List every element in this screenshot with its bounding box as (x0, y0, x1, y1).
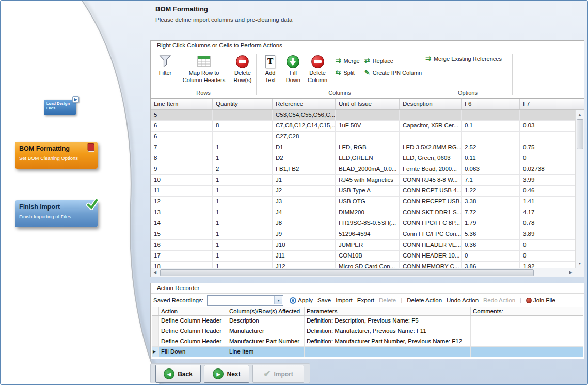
recorder-cell[interactable] (471, 336, 541, 346)
grid-cell[interactable]: CONN MEMORY C... (400, 262, 462, 268)
grid-cell[interactable]: LED 3.5X2.8MM RG... (400, 142, 462, 153)
column-header-affected[interactable]: Column(s)/Row(s) Affected (227, 307, 305, 315)
grid-cell[interactable]: Micro SD Card Con... (336, 262, 400, 268)
grid-cell[interactable] (520, 110, 576, 120)
join-file-link[interactable]: Join File (526, 297, 555, 303)
save-recording-link[interactable]: Save (317, 297, 331, 303)
grid-cell[interactable]: 14 (151, 218, 213, 229)
filter-button[interactable]: Filter (153, 54, 178, 77)
grid-cell[interactable]: 1 (213, 240, 273, 250)
recorder-cell[interactable]: Line Item (227, 347, 305, 357)
grid-cell[interactable]: 0.02738 (520, 164, 576, 174)
grid-row[interactable]: 141J8FH19SC-8S-0.5SH(...CONN FPC/FFC 8P.… (151, 218, 576, 229)
recorder-cell[interactable]: Fill Down (159, 347, 227, 357)
grid-cell[interactable]: 3.89 (520, 229, 576, 239)
grid-cell[interactable] (213, 110, 273, 120)
map-row-to-column-headers-button[interactable]: Map Row to Column Headers (178, 54, 230, 85)
grid-cell[interactable]: 0.36 (462, 240, 520, 250)
splitter-handle[interactable]: ···· (150, 278, 584, 282)
grid-cell[interactable] (400, 110, 462, 120)
recorder-cell[interactable]: Define Column Header (159, 316, 227, 326)
grid-cell[interactable]: 1uF 50V (336, 121, 400, 131)
recorder-cell[interactable]: Manufacturer (227, 326, 305, 336)
grid-cell[interactable]: 1.79 (462, 218, 520, 229)
column-header-f7[interactable]: F7 (520, 99, 576, 109)
recorder-cell[interactable]: Description (227, 316, 305, 326)
combo-dropdown-icon[interactable]: ▼ (274, 296, 282, 304)
grid-cell[interactable]: 0 (520, 251, 576, 261)
grid-row[interactable]: 111J2USB Type ACONN RCPT USB 4...1.220.4… (151, 186, 576, 197)
grid-cell[interactable]: 7.72 (462, 207, 520, 218)
grid-cell[interactable]: C27,C28 (273, 132, 336, 142)
scroll-down-button[interactable]: ▼ (576, 259, 584, 268)
column-header-parameters[interactable]: Parameters (305, 307, 471, 315)
grid-cell[interactable]: Ferrite Bead, 2000... (400, 164, 462, 174)
recorder-cell[interactable]: Manufacturer Part Number (227, 336, 305, 346)
undo-action-link[interactable]: Undo Action (447, 297, 479, 303)
grid-cell[interactable]: DIMM200 (336, 207, 400, 218)
column-header-unit-of-issue[interactable]: Unit of Issue (336, 99, 400, 109)
grid-cell[interactable]: USB OTG (336, 197, 400, 207)
recorder-row[interactable]: Define Column HeaderManufacturerDefiniti… (152, 326, 583, 336)
recorder-cell[interactable] (541, 336, 583, 346)
grid-cell[interactable]: CONN RCPT USB 4... (400, 186, 462, 196)
grid-cell[interactable]: 11 (151, 186, 213, 196)
recorder-cell[interactable]: Definition: Manufacturer, Previous Name:… (305, 326, 471, 336)
recorder-row[interactable]: Define Column HeaderDescriptionDefinitio… (152, 316, 583, 326)
grid-vertical-scrollbar[interactable]: ▲ ▼ (575, 110, 584, 268)
grid-cell[interactable]: 8 (213, 121, 273, 131)
grid-cell[interactable]: 9 (151, 164, 213, 174)
grid-cell[interactable]: J11 (273, 251, 336, 261)
grid-cell[interactable]: 6 (151, 121, 213, 131)
grid-cell[interactable]: 1 (213, 262, 273, 268)
export-recording-link[interactable]: Export (357, 297, 374, 303)
grid-row[interactable]: 81D2LED,GREENLED, Green, 06030.110 (151, 153, 576, 164)
grid-cell[interactable] (462, 132, 520, 142)
recorder-cell[interactable] (541, 347, 583, 357)
column-header-reference[interactable]: Reference (273, 99, 336, 109)
grid-cell[interactable]: 1.41 (520, 197, 576, 207)
grid-cell[interactable]: J10 (273, 240, 336, 250)
grid-cell[interactable] (462, 110, 520, 120)
grid-cell[interactable]: CONN HEADER VE... (400, 240, 462, 250)
step-load-design-files[interactable]: Load Design Files (44, 100, 76, 115)
saved-recordings-combobox[interactable]: ▼ (207, 295, 283, 306)
grid-row[interactable]: 131J4DIMM200CONN SKT DDR1 S...7.724.17 (151, 207, 576, 218)
grid-cell[interactable]: 1 (213, 197, 273, 207)
grid-cell[interactable]: C7,C8,C12,C14,C15,... (273, 121, 336, 131)
merge-existing-references-button[interactable]: ⇉ Merge Existing References (425, 54, 502, 62)
grid-row[interactable]: 6C27,C28 (151, 132, 576, 142)
grid-cell[interactable]: 7 (151, 142, 213, 153)
grid-cell[interactable]: 2 (213, 164, 273, 174)
grid-cell[interactable]: LED, Green, 0603 (400, 153, 462, 164)
grid-cell[interactable] (336, 110, 400, 120)
vertical-scroll-thumb[interactable] (577, 119, 583, 149)
grid-cell[interactable]: 0.11 (462, 153, 520, 164)
add-text-button[interactable]: T Add Text (259, 54, 282, 85)
grid-cell[interactable]: 0.46 (520, 186, 576, 196)
grid-cell[interactable]: 17 (151, 251, 213, 261)
grid-cell[interactable]: 1 (213, 153, 273, 164)
grid-cell[interactable]: USB Type A (336, 186, 400, 196)
grid-cell[interactable]: JUMPER (336, 240, 400, 250)
grid-cell[interactable]: 1 (213, 218, 273, 229)
grid-cell[interactable]: 12 (151, 197, 213, 207)
grid-cell[interactable]: FB1,FB2 (273, 164, 336, 174)
grid-cell[interactable]: 51296-4594 (336, 229, 400, 239)
grid-cell[interactable]: CONN SKT DDR1 S... (400, 207, 462, 218)
column-header-quantity[interactable]: Quantity (213, 99, 273, 109)
grid-row[interactable]: 121J3USB OTGCONN RECEPT USB...3.381.41 (151, 197, 576, 207)
recorder-cell[interactable] (305, 347, 471, 357)
grid-cell[interactable]: 0 (520, 153, 576, 164)
grid-cell[interactable]: 1 (213, 207, 273, 218)
grid-cell[interactable]: Capacitor, X5R Cer... (400, 121, 462, 131)
grid-cell[interactable]: 5.36 (462, 229, 520, 239)
grid-cell[interactable]: 1 (213, 186, 273, 196)
grid-cell[interactable]: D2 (273, 153, 336, 164)
recorder-cell[interactable] (541, 316, 583, 326)
grid-cell[interactable]: Conn FFC/FPC Con... (400, 229, 462, 239)
recorder-row[interactable]: ▶Fill DownLine Item (152, 347, 583, 357)
recorder-cell[interactable]: Definition: Description, Previous Name: … (305, 316, 471, 326)
column-header-description[interactable]: Description (400, 99, 462, 109)
column-header-action[interactable]: Action (159, 307, 227, 315)
